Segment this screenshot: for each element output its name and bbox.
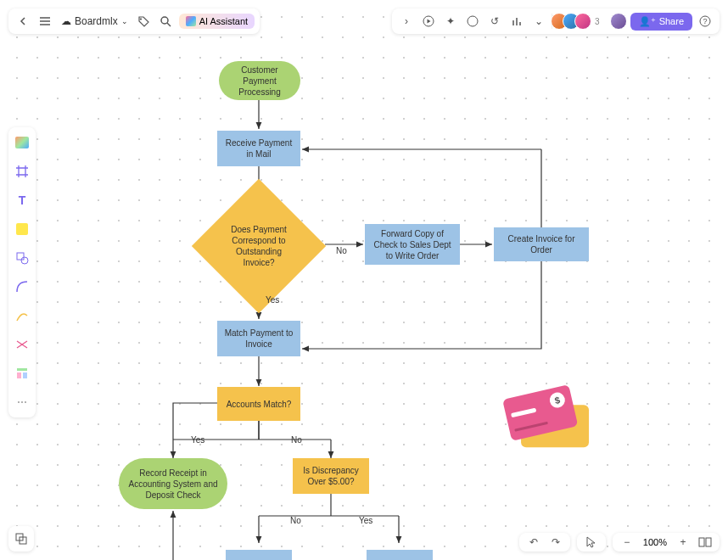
toolbar-right: › ✦ ↺ ⌄ 3 👤⁺ Share ? xyxy=(392,8,720,34)
cursor-tool[interactable] xyxy=(582,533,601,552)
svg-rect-27 xyxy=(699,538,704,546)
svg-rect-24 xyxy=(23,372,27,378)
current-user-avatar[interactable] xyxy=(610,13,627,30)
frame-tool[interactable] xyxy=(14,163,31,180)
svg-rect-28 xyxy=(706,538,711,546)
edge-label-no: No xyxy=(290,516,301,525)
node-partial-1[interactable] xyxy=(226,550,292,560)
edge-label-yes: Yes xyxy=(191,435,204,445)
board-name-label: Boardmlx xyxy=(75,15,118,27)
bottom-right-toolbar: ↶ ↷ − 100% + xyxy=(519,533,720,552)
svg-text:?: ? xyxy=(703,17,707,25)
zoom-out-button[interactable]: − xyxy=(618,533,636,552)
redo-button[interactable]: ↷ xyxy=(546,533,565,552)
node-match[interactable]: Match Payment to Invoice xyxy=(217,321,300,356)
node-label: Create Invoice for Order xyxy=(499,233,584,255)
collapse-tool[interactable] xyxy=(14,336,31,353)
tag-button[interactable] xyxy=(135,12,154,31)
note-tool[interactable] xyxy=(14,221,31,238)
zoom-in-button[interactable]: + xyxy=(674,533,692,552)
more-down-button[interactable]: ⌄ xyxy=(529,12,548,31)
board-name-dropdown[interactable]: ☁ Boardmlx ⌄ xyxy=(58,15,132,27)
node-label: Customer Payment Processing xyxy=(224,64,295,98)
sticky-notes-tool[interactable] xyxy=(14,134,31,151)
avatar-extra-count: 3 xyxy=(595,17,600,26)
play-button[interactable] xyxy=(419,12,438,31)
canvas[interactable]: Customer Payment Processing Receive Paym… xyxy=(0,0,728,560)
edge-label-no: No xyxy=(291,435,302,445)
chevron-down-icon: ⌄ xyxy=(121,17,128,25)
undo-button[interactable]: ↶ xyxy=(524,533,543,552)
svg-line-15 xyxy=(167,23,171,26)
node-record[interactable]: Record Receipt in Accounting System and … xyxy=(119,458,227,509)
help-button[interactable]: ? xyxy=(696,12,714,31)
edge-label-yes: Yes xyxy=(266,295,279,305)
toolbar-left: ☁ Boardmlx ⌄ AI Assistant xyxy=(8,8,260,34)
node-label: Record Receipt in Accounting System and … xyxy=(124,468,222,501)
node-label: Is Discrepancy Over $5.00? xyxy=(298,465,364,487)
ai-label: AI Assistant xyxy=(199,16,248,26)
svg-rect-20 xyxy=(17,253,24,260)
search-button[interactable] xyxy=(157,12,176,31)
node-label: Forward Copy of Check to Sales Dept to W… xyxy=(370,228,455,261)
cloud-icon: ☁ xyxy=(61,15,71,27)
text-tool[interactable]: T xyxy=(14,192,31,209)
svg-point-17 xyxy=(468,16,478,26)
ai-assistant-button[interactable]: AI Assistant xyxy=(179,14,255,29)
node-forward[interactable]: Forward Copy of Check to Sales Dept to W… xyxy=(365,224,460,265)
node-create-invoice[interactable]: Create Invoice for Order xyxy=(494,227,589,261)
history-button[interactable]: ↺ xyxy=(485,12,504,31)
comment-button[interactable] xyxy=(463,12,482,31)
menu-button[interactable] xyxy=(36,12,54,31)
expand-button[interactable]: › xyxy=(397,12,416,31)
top-toolbar: ☁ Boardmlx ⌄ AI Assistant › ✦ ↺ ⌄ 3 👤⁺ S… xyxy=(8,8,720,34)
node-discrepancy[interactable]: Is Discrepancy Over $5.00? xyxy=(293,458,369,494)
svg-point-14 xyxy=(161,17,168,24)
node-accounts-match[interactable]: Accounts Match? xyxy=(217,387,300,421)
ai-logo-icon xyxy=(186,16,196,26)
left-toolbar: T ⋯ xyxy=(8,127,36,417)
credit-card-decoration xyxy=(504,384,596,455)
shape-tool[interactable] xyxy=(14,249,31,266)
avatar xyxy=(574,13,591,30)
chart-button[interactable] xyxy=(507,12,526,31)
edge-label-yes: Yes xyxy=(359,516,372,525)
node-label: Receive Payment in Mail xyxy=(222,137,295,160)
share-label: Share xyxy=(659,16,684,26)
connector-tool[interactable] xyxy=(14,278,31,295)
edge-label-no: No xyxy=(336,246,347,255)
node-partial-2[interactable] xyxy=(367,550,433,560)
node-correspond[interactable]: Does Payment Correspond to Outstanding I… xyxy=(191,178,327,314)
node-start[interactable]: Customer Payment Processing xyxy=(219,61,300,100)
node-label: Accounts Match? xyxy=(227,399,292,410)
svg-point-21 xyxy=(21,257,28,264)
node-label: Does Payment Correspond to Outstanding I… xyxy=(221,224,297,268)
pen-tool[interactable] xyxy=(14,307,31,324)
collaborator-avatars[interactable]: 3 xyxy=(556,13,600,30)
svg-rect-22 xyxy=(17,368,27,371)
node-label: Match Payment to Invoice xyxy=(222,328,295,350)
minimap-button[interactable] xyxy=(696,533,714,552)
share-icon: 👤⁺ xyxy=(639,16,656,27)
sparkle-button[interactable]: ✦ xyxy=(441,12,460,31)
layers-button[interactable] xyxy=(8,526,34,552)
zoom-level[interactable]: 100% xyxy=(640,537,670,547)
back-button[interactable] xyxy=(14,12,32,31)
template-tool[interactable] xyxy=(14,365,31,382)
more-tools[interactable]: ⋯ xyxy=(14,394,31,411)
svg-rect-23 xyxy=(17,372,21,378)
share-button[interactable]: 👤⁺ Share xyxy=(630,13,692,31)
node-receive[interactable]: Receive Payment in Mail xyxy=(217,131,300,166)
